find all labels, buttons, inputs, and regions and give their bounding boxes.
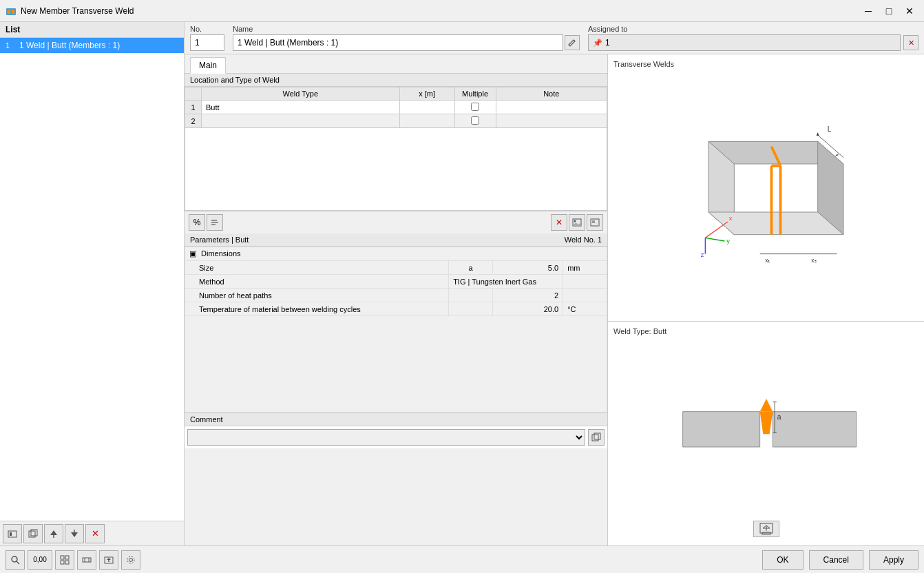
row-num-2: 2 — [185, 114, 202, 128]
weld-type-2[interactable] — [202, 114, 400, 128]
delete-list-button[interactable]: ✕ — [85, 524, 105, 543]
svg-rect-22 — [594, 433, 600, 439]
x-value-2[interactable] — [399, 114, 454, 128]
svg-rect-62 — [65, 561, 69, 564]
collapse-button[interactable]: ▣ — [189, 249, 196, 258]
move-down-button[interactable] — [65, 524, 84, 543]
svg-rect-4 — [10, 532, 12, 536]
comment-header: Comment — [185, 413, 607, 426]
multiple-checkbox-1[interactable] — [471, 103, 479, 111]
param-value-label-heat — [449, 289, 493, 302]
percent-button[interactable]: % — [189, 214, 205, 231]
bottom-toolbar-right: OK Cancel Apply — [762, 550, 918, 570]
members-button[interactable] — [77, 550, 96, 570]
ok-button[interactable]: OK — [762, 550, 803, 570]
param-value-heat[interactable]: 2 — [492, 289, 563, 302]
no-label: No. — [190, 25, 224, 33]
left-panel: List 1 1 Weld | Butt (Members : 1) — [0, 22, 185, 545]
bottom-bar: 0,00 OK Cancel Apply — [0, 545, 924, 573]
apply-button[interactable]: Apply — [869, 550, 918, 570]
diagram-panel: Transverse Welds — [608, 54, 924, 545]
dimensions-row: ▣ Dimensions — [185, 247, 607, 261]
diagram-export-button[interactable] — [753, 521, 779, 537]
value-button[interactable]: 0,00 — [28, 550, 52, 570]
svg-point-69 — [129, 558, 133, 561]
svg-line-11 — [574, 40, 575, 41]
list-item[interactable]: 1 1 Weld | Butt (Members : 1) — [0, 38, 184, 53]
assigned-text: 1 — [605, 38, 610, 48]
note-2[interactable] — [496, 114, 607, 128]
params-title: Parameters | Butt — [190, 236, 249, 244]
param-value-label-temp — [449, 302, 493, 316]
svg-rect-5 — [29, 531, 35, 537]
weld-type-1[interactable]: Butt — [202, 101, 400, 114]
param-label-size: Size — [185, 261, 449, 275]
svg-rect-3 — [8, 531, 17, 537]
svg-rect-1 — [8, 10, 10, 14]
param-label-method: Method — [185, 275, 449, 289]
butt-weld-canvas: a — [613, 338, 918, 518]
image-button-1[interactable] — [569, 214, 585, 231]
grid-button[interactable] — [55, 550, 74, 570]
sort-button[interactable] — [207, 214, 223, 231]
move-up-button[interactable] — [44, 524, 63, 543]
maximize-button[interactable]: □ — [880, 2, 898, 20]
note-1[interactable] — [496, 101, 607, 114]
table-row: 2 — [185, 114, 607, 128]
butt-weld-section: Weld Type: Butt — [608, 322, 924, 545]
params-header: Parameters | Butt Weld No. 1 — [185, 233, 607, 247]
param-value-method[interactable]: TIG | Tungsten Inert Gas — [449, 275, 563, 289]
cancel-button[interactable]: Cancel — [809, 550, 863, 570]
svg-marker-46 — [773, 412, 856, 447]
x-value-1[interactable] — [399, 101, 454, 114]
name-input[interactable] — [233, 34, 563, 51]
close-button[interactable]: ✕ — [901, 2, 918, 20]
param-value-label-size: a — [449, 261, 493, 275]
list-header: List — [0, 22, 184, 38]
svg-text:y: y — [726, 238, 730, 244]
title-bar: New Member Transverse Weld ─ □ ✕ — [0, 0, 924, 22]
image-button-2[interactable] — [587, 214, 603, 231]
tab-main[interactable]: Main — [190, 57, 226, 74]
row-num-1: 1 — [185, 101, 202, 114]
list-item-number: 1 — [6, 41, 17, 50]
name-edit-button[interactable] — [565, 35, 580, 50]
param-unit-method — [563, 275, 607, 289]
list-container: 1 1 Weld | Butt (Members : 1) — [0, 38, 184, 521]
diagram-bottom-toolbar — [750, 518, 782, 540]
add-button[interactable] — [3, 524, 22, 543]
multiple-1[interactable] — [454, 101, 496, 114]
copy-button[interactable] — [23, 524, 43, 543]
comment-select[interactable] — [187, 429, 585, 446]
param-value-size[interactable]: 5.0 — [492, 261, 563, 275]
svg-marker-17 — [573, 222, 581, 226]
minimize-button[interactable]: ─ — [859, 2, 877, 20]
param-row-temp: Temperature of material between welding … — [185, 302, 607, 316]
multiple-2[interactable] — [454, 114, 496, 128]
header-row: No. 1 Name Assigned to — [185, 22, 924, 54]
left-panel-toolbar: ✕ — [0, 521, 184, 545]
dimensions-label: ▣ Dimensions — [185, 247, 607, 261]
settings-button[interactable] — [121, 550, 140, 570]
comment-copy-button[interactable] — [588, 429, 605, 446]
app-icon — [6, 6, 17, 17]
svg-rect-2 — [12, 10, 14, 14]
svg-marker-45 — [682, 412, 759, 447]
weld-section-header: Location and Type of Weld — [185, 74, 607, 87]
multiple-checkbox-2[interactable] — [471, 116, 479, 125]
params-spacer — [185, 316, 607, 413]
svg-text:x₁: x₁ — [765, 257, 770, 264]
svg-marker-68 — [107, 558, 111, 560]
assigned-clear-button[interactable]: ✕ — [903, 35, 918, 50]
svg-point-16 — [574, 220, 576, 222]
comment-input-row — [185, 426, 607, 448]
param-value-temp[interactable]: 20.0 — [492, 302, 563, 316]
name-edit-group — [233, 34, 580, 51]
search-button[interactable] — [6, 550, 25, 570]
window-controls: ─ □ ✕ — [859, 2, 918, 20]
import-button[interactable] — [99, 550, 118, 570]
right-section: No. 1 Name Assigned to — [185, 22, 924, 545]
butt-weld-title: Weld Type: Butt — [613, 327, 666, 335]
svg-marker-43 — [816, 133, 819, 136]
delete-weld-button[interactable]: ✕ — [551, 214, 567, 231]
